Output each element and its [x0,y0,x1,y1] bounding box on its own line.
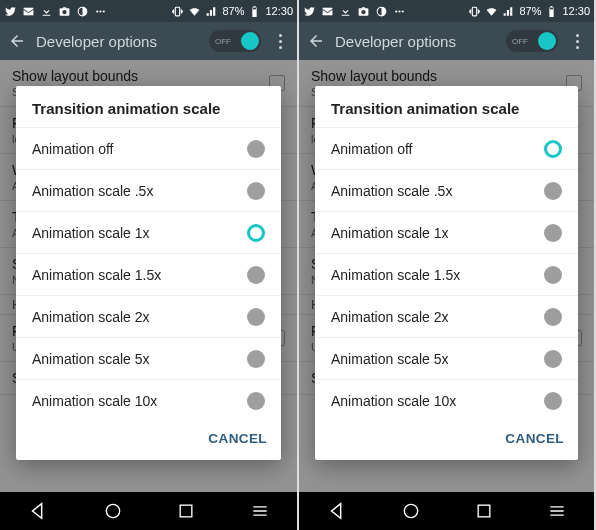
page-title: Developer options [36,33,199,50]
developer-options-toggle[interactable]: OFFON [506,30,558,52]
radio-option[interactable]: Animation scale .5x [315,169,578,211]
radio-indicator [247,308,265,326]
navigation-bar [299,492,594,530]
radio-option[interactable]: Animation scale 1.5x [315,253,578,295]
option-label: Animation scale .5x [331,183,544,199]
svg-point-6 [103,10,105,12]
radio-option[interactable]: Animation scale 2x [315,295,578,337]
radio-option[interactable]: Animation scale 5x [16,337,281,379]
svg-rect-22 [551,6,553,7]
svg-rect-15 [362,7,365,9]
radio-option[interactable]: Animation off [315,127,578,169]
half-icon [76,5,89,18]
nav-home-button[interactable] [401,501,421,521]
svg-rect-12 [181,505,193,517]
vibrate-icon [468,5,481,18]
signal-icon [205,5,218,18]
svg-point-14 [361,9,365,13]
nav-back-button[interactable] [27,500,49,522]
option-label: Animation scale 2x [32,309,247,325]
cancel-button[interactable]: CANCEL [208,431,267,446]
option-label: Animation scale 1x [32,225,247,241]
svg-rect-20 [473,7,477,16]
radio-option[interactable]: Animation scale 10x [16,379,281,421]
nav-home-button[interactable] [103,501,123,521]
svg-point-18 [398,10,400,12]
toolbar: Developer optionsOFFON [0,22,297,60]
radio-indicator [544,350,562,368]
developer-options-toggle[interactable]: OFFON [209,30,261,52]
svg-point-11 [106,504,119,517]
radio-indicator [247,392,265,410]
toggle-knob [538,32,556,50]
vibrate-icon [171,5,184,18]
toggle-off-label: OFF [512,37,528,46]
option-label: Animation scale 2x [331,309,544,325]
radio-option[interactable]: Animation scale .5x [16,169,281,211]
radio-indicator [544,224,562,242]
radio-option[interactable]: Animation scale 1x [315,211,578,253]
overflow-menu-icon[interactable] [271,34,289,49]
radio-option[interactable]: Animation scale 1x [16,211,281,253]
svg-rect-23 [550,7,553,9]
dialog-title: Transition animation scale [16,86,281,127]
dots-icon [94,5,107,18]
svg-point-4 [96,10,98,12]
battery-percent: 87% [519,5,541,17]
cancel-button[interactable]: CANCEL [505,431,564,446]
transition-animation-scale-dialog: Transition animation scaleAnimation offA… [315,86,578,460]
dots-icon [393,5,406,18]
radio-indicator [247,266,265,284]
radio-indicator [247,140,265,158]
page-title: Developer options [335,33,496,50]
nav-menu-button[interactable] [250,501,270,521]
nav-back-button[interactable] [326,500,348,522]
battery-icon [248,5,261,18]
option-label: Animation scale 10x [331,393,544,409]
nav-recent-button[interactable] [176,501,196,521]
twitter-icon [303,5,316,18]
option-label: Animation scale 10x [32,393,247,409]
download-icon [339,5,352,18]
clock: 12:30 [562,5,590,17]
radio-indicator [247,350,265,368]
toggle-knob [241,32,259,50]
radio-option[interactable]: Animation scale 1.5x [16,253,281,295]
option-label: Animation off [32,141,247,157]
back-icon[interactable] [307,32,325,50]
signal-icon [502,5,515,18]
option-label: Animation scale 5x [331,351,544,367]
battery-percent: 87% [222,5,244,17]
radio-indicator [544,266,562,284]
radio-option[interactable]: Animation scale 10x [315,379,578,421]
svg-rect-9 [254,6,256,7]
radio-option[interactable]: Animation scale 2x [16,295,281,337]
option-label: Animation scale 1.5x [331,267,544,283]
nav-recent-button[interactable] [474,501,494,521]
option-label: Animation scale 1.5x [32,267,247,283]
camera-icon [58,5,71,18]
svg-point-17 [395,10,397,12]
radio-indicator [544,140,562,158]
wifi-icon [188,5,201,18]
half-icon [375,5,388,18]
navigation-bar [0,492,297,530]
radio-indicator [247,224,265,242]
camera-icon [357,5,370,18]
svg-rect-2 [63,7,66,9]
clock: 12:30 [265,5,293,17]
overflow-menu-icon[interactable] [568,34,586,49]
svg-point-1 [62,9,66,13]
svg-point-5 [99,10,101,12]
radio-option[interactable]: Animation off [16,127,281,169]
nav-menu-button[interactable] [547,501,567,521]
radio-indicator [544,308,562,326]
radio-indicator [247,182,265,200]
back-icon[interactable] [8,32,26,50]
twitter-icon [4,5,17,18]
radio-indicator [544,392,562,410]
option-label: Animation scale 5x [32,351,247,367]
radio-option[interactable]: Animation scale 5x [315,337,578,379]
transition-animation-scale-dialog: Transition animation scaleAnimation offA… [16,86,281,460]
svg-rect-7 [176,7,180,16]
